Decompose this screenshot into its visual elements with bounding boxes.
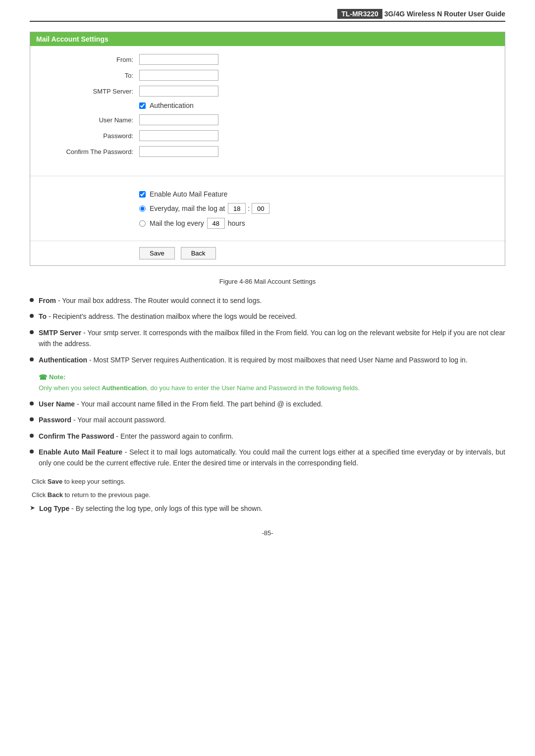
bullet-dot bbox=[30, 417, 34, 421]
note-text: Only when you select Authentication, do … bbox=[39, 383, 505, 394]
model-label: TL-MR3220 bbox=[337, 9, 382, 19]
confirm-password-row: Confirm The Password: bbox=[40, 146, 495, 157]
bullet-dot bbox=[30, 450, 34, 454]
from-input[interactable] bbox=[139, 54, 218, 65]
bullet-dot bbox=[30, 314, 34, 318]
auth-label: Authentication bbox=[150, 101, 194, 109]
bullet-username: User Name - Your mail account name fille… bbox=[30, 399, 505, 409]
auto-mail-term: Enable Auto Mail Feature bbox=[39, 448, 122, 456]
to-row: To: bbox=[40, 70, 495, 81]
arrow-list: ➤ Log Type - By selecting the log type, … bbox=[30, 503, 505, 514]
interval-radio-row: Mail the log every hours bbox=[40, 218, 495, 229]
note-label: ☎ Note: bbox=[39, 373, 505, 381]
interval-radio[interactable] bbox=[139, 220, 146, 227]
username-term: User Name bbox=[39, 400, 75, 408]
bullet-dot bbox=[30, 330, 34, 334]
bullet-dot bbox=[30, 402, 34, 405]
interval-input[interactable] bbox=[207, 218, 225, 229]
smtp-label: SMTP Server: bbox=[40, 88, 139, 95]
username-label: User Name: bbox=[40, 116, 139, 124]
bullet-to: To - Recipient's address. The destinatio… bbox=[30, 311, 505, 322]
auto-mail-checkbox-row: Enable Auto Mail Feature bbox=[40, 190, 495, 198]
arrow-symbol: ➤ bbox=[30, 503, 35, 513]
settings-box-content: From: To: SMTP Server: Authentication Us… bbox=[30, 46, 505, 170]
bullet-smtp: SMTP Server - Your smtp server. It corre… bbox=[30, 327, 505, 350]
password-input[interactable] bbox=[139, 130, 218, 141]
log-type-term: Log Type bbox=[39, 504, 69, 512]
from-label: From: bbox=[40, 56, 139, 63]
bullet-list-2: User Name - Your mail account name fille… bbox=[30, 399, 505, 469]
smtp-row: SMTP Server: bbox=[40, 86, 495, 97]
click-save-note: Click Save to keep your settings. bbox=[32, 477, 505, 487]
bullet-confirm-password: Confirm The Password - Enter the passwor… bbox=[30, 431, 505, 442]
figure-caption: Figure 4-86 Mail Account Settings bbox=[30, 278, 505, 285]
box-divider bbox=[30, 176, 505, 176]
smtp-term: SMTP Server bbox=[39, 329, 81, 337]
password-row: Password: bbox=[40, 130, 495, 141]
bullet-auth: Authentication - Most SMTP Server requir… bbox=[30, 354, 505, 365]
settings-box-header: Mail Account Settings bbox=[30, 32, 505, 46]
save-button[interactable]: Save bbox=[139, 247, 175, 259]
from-term: From bbox=[39, 297, 56, 304]
auto-mail-section: Enable Auto Mail Feature Everyday, mail … bbox=[30, 182, 505, 241]
auto-mail-label: Enable Auto Mail Feature bbox=[150, 190, 227, 198]
bullet-dot bbox=[30, 298, 34, 302]
to-label: To: bbox=[40, 72, 139, 79]
time-colon: : bbox=[248, 204, 250, 212]
hour-input[interactable] bbox=[228, 203, 246, 214]
to-input[interactable] bbox=[139, 70, 218, 81]
auth-checkbox[interactable] bbox=[139, 102, 146, 109]
everyday-radio-row: Everyday, mail the log at : bbox=[40, 203, 495, 214]
bullet-dot bbox=[30, 434, 34, 438]
note-highlighted: Authentication bbox=[102, 384, 147, 392]
confirm-label: Confirm The Password: bbox=[40, 148, 139, 155]
back-button[interactable]: Back bbox=[181, 247, 216, 259]
page-number: -85- bbox=[30, 529, 505, 537]
page-header: TL-MR32203G/4G Wireless N Router User Gu… bbox=[30, 10, 505, 22]
auth-checkbox-row: Authentication bbox=[40, 101, 495, 109]
auto-mail-checkbox[interactable] bbox=[139, 191, 146, 198]
save-term: Save bbox=[48, 478, 62, 485]
note-block: ☎ Note: Only when you select Authenticat… bbox=[39, 373, 505, 394]
back-term: Back bbox=[48, 491, 63, 499]
minute-input[interactable] bbox=[252, 203, 269, 214]
click-back-note: Click Back to return to the previous pag… bbox=[32, 490, 505, 501]
bullet-list-1: From - Your mail box address. The Router… bbox=[30, 295, 505, 365]
note-phone-icon: ☎ bbox=[39, 373, 47, 381]
interval-label: Mail the log every bbox=[150, 219, 204, 227]
password-label: Password: bbox=[40, 132, 139, 140]
to-term: To bbox=[39, 312, 47, 320]
interval-unit: hours bbox=[228, 219, 245, 227]
confirm-password-input[interactable] bbox=[139, 146, 218, 157]
guide-title: 3G/4G Wireless N Router User Guide bbox=[384, 10, 505, 18]
smtp-input[interactable] bbox=[139, 86, 218, 97]
everyday-label: Everyday, mail the log at bbox=[150, 204, 225, 212]
confirm-term: Confirm The Password bbox=[39, 432, 114, 440]
auth-term: Authentication bbox=[39, 356, 87, 364]
mail-account-settings-box: Mail Account Settings From: To: SMTP Ser… bbox=[30, 32, 505, 266]
password-term: Password bbox=[39, 416, 71, 424]
bullet-password: Password - Your mail account password. bbox=[30, 414, 505, 425]
username-input[interactable] bbox=[139, 114, 218, 125]
everyday-radio[interactable] bbox=[139, 205, 146, 212]
bullet-auto-mail: Enable Auto Mail Feature - Select it to … bbox=[30, 447, 505, 469]
arrow-log-type: ➤ Log Type - By selecting the log type, … bbox=[30, 503, 505, 514]
buttons-row: Save Back bbox=[30, 241, 505, 265]
bullet-dot bbox=[30, 357, 34, 361]
bullet-from: From - Your mail box address. The Router… bbox=[30, 295, 505, 306]
username-row: User Name: bbox=[40, 114, 495, 125]
from-row: From: bbox=[40, 54, 495, 65]
